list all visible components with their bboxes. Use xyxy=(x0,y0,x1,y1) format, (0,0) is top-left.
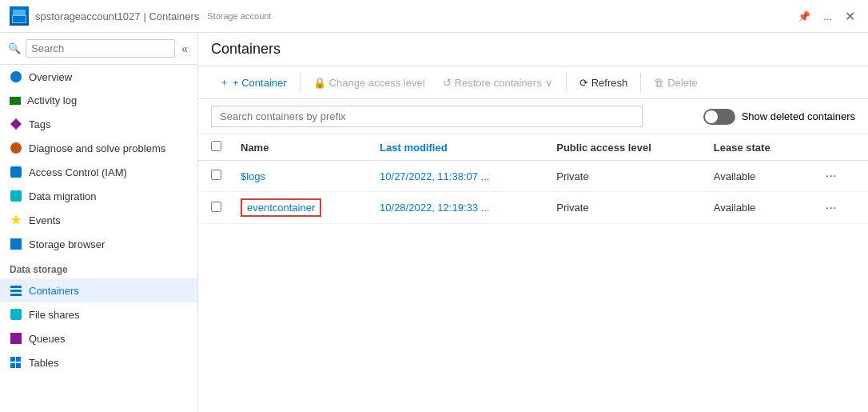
show-deleted-toggle-row: Show deleted containers xyxy=(703,109,855,125)
pin-icon[interactable]: 📌 xyxy=(794,9,814,24)
app-icon xyxy=(10,6,29,26)
sidebar-item-activity-label: Activity log xyxy=(27,94,77,106)
lock-icon: 🔒 xyxy=(313,77,326,89)
row1-name: $logs xyxy=(228,161,367,192)
sidebar-search-container: 🔍 « xyxy=(0,33,197,65)
queues-icon xyxy=(10,332,22,345)
title-bar-text: spstorageaccount1027 | Containers xyxy=(35,10,199,22)
data-storage-section-label: Data storage xyxy=(0,256,197,278)
row1-actions: ··· xyxy=(808,161,868,192)
row2-last-modified: 10/28/2022, 12:19:33 ... xyxy=(367,192,543,224)
row2-more-button[interactable]: ··· xyxy=(821,199,841,217)
file-shares-icon xyxy=(10,308,22,321)
tags-icon xyxy=(10,118,22,130)
close-button[interactable]: ✕ xyxy=(842,7,858,26)
refresh-button[interactable]: ⟳ Refresh xyxy=(571,73,636,93)
sidebar-item-tags-label: Tags xyxy=(29,118,50,130)
col-name: Name xyxy=(228,134,367,161)
sidebar-item-diagnose[interactable]: Diagnose and solve problems xyxy=(0,136,197,160)
show-deleted-toggle[interactable] xyxy=(703,109,735,125)
toolbar-separator-2 xyxy=(566,73,567,92)
row1-last-modified: 10/27/2022, 11:38:07 ... xyxy=(367,161,543,192)
row1-name-link[interactable]: $logs xyxy=(241,170,265,182)
sidebar-item-activity-log[interactable]: Activity log xyxy=(0,89,197,112)
row2-checkbox-cell xyxy=(198,192,228,224)
table-container: Name Last modified Public access level L… xyxy=(198,134,868,412)
col-lease-state: Lease state xyxy=(701,134,808,161)
plus-icon: ＋ xyxy=(219,75,229,90)
activity-log-icon xyxy=(10,97,21,105)
table-row: $logs 10/27/2022, 11:38:07 ... Private A… xyxy=(198,161,868,192)
page-title: Containers xyxy=(211,41,281,58)
row2-lease-state: Available xyxy=(701,192,808,224)
content-header: Containers xyxy=(198,33,868,66)
storage-browser-icon xyxy=(10,238,22,250)
container-search-input[interactable] xyxy=(211,106,643,127)
collapse-button[interactable]: « xyxy=(180,41,189,57)
row1-checkbox[interactable] xyxy=(211,170,221,180)
row1-checkbox-cell xyxy=(198,161,228,192)
title-bar: spstorageaccount1027 | Containers Storag… xyxy=(0,0,868,33)
title-bar-actions: 📌 ... ✕ xyxy=(794,7,858,26)
containers-table: Name Last modified Public access level L… xyxy=(198,134,868,224)
col-public-access: Public access level xyxy=(543,134,701,161)
table-header-row: Name Last modified Public access level L… xyxy=(198,134,868,161)
sidebar-item-tags[interactable]: Tags xyxy=(0,112,197,136)
row2-name: eventcontainer xyxy=(228,192,367,224)
sidebar-item-containers-label: Containers xyxy=(29,285,79,297)
col-last-modified: Last modified xyxy=(367,134,543,161)
show-deleted-label: Show deleted containers xyxy=(742,110,855,122)
tables-icon xyxy=(10,356,22,369)
sidebar-item-queues[interactable]: Queues xyxy=(0,326,197,350)
row1-more-button[interactable]: ··· xyxy=(821,167,841,185)
search-input[interactable] xyxy=(26,39,175,58)
add-container-button[interactable]: ＋ + Container xyxy=(211,71,295,94)
toolbar: ＋ + Container 🔒 Change access level ↺ Re… xyxy=(198,66,868,99)
sidebar-item-diagnose-label: Diagnose and solve problems xyxy=(29,142,165,154)
access-control-icon xyxy=(10,166,22,178)
subtitle: Storage account xyxy=(207,11,271,21)
select-all-header xyxy=(198,134,228,161)
search-bar-row: Show deleted containers xyxy=(198,99,868,134)
sidebar-item-storage-browser[interactable]: Storage browser xyxy=(0,232,197,256)
sidebar-item-overview[interactable]: Overview xyxy=(0,65,197,89)
row1-lease-state: Available xyxy=(701,161,808,192)
change-access-button[interactable]: 🔒 Change access level xyxy=(305,73,433,93)
sidebar-item-storage-label: Storage browser xyxy=(29,238,105,250)
containers-icon xyxy=(10,284,22,297)
data-migration-icon xyxy=(10,190,22,202)
sidebar-item-events-label: Events xyxy=(29,214,61,226)
row2-name-highlighted[interactable]: eventcontainer xyxy=(241,198,321,217)
col-actions xyxy=(808,134,868,161)
sidebar-item-fileshares-label: File shares xyxy=(29,309,80,321)
sidebar-item-overview-label: Overview xyxy=(29,71,72,83)
sidebar-item-migration-label: Data migration xyxy=(29,190,97,202)
content-area: Containers ＋ + Container 🔒 Change access… xyxy=(198,33,868,412)
sidebar-item-containers[interactable]: Containers xyxy=(0,278,197,302)
refresh-icon: ⟳ xyxy=(579,77,588,89)
title-section: Containers xyxy=(149,10,199,22)
toolbar-separator-3 xyxy=(640,73,641,92)
sidebar-item-events[interactable]: Events xyxy=(0,208,197,232)
sidebar-item-data-migration[interactable]: Data migration xyxy=(0,184,197,208)
sidebar-item-queues-label: Queues xyxy=(29,333,66,345)
storage-account-name: spstorageaccount1027 xyxy=(35,10,141,22)
events-icon xyxy=(10,214,22,226)
toolbar-separator-1 xyxy=(300,73,301,92)
trash-icon: 🗑 xyxy=(654,77,664,89)
select-all-checkbox[interactable] xyxy=(211,141,221,151)
sidebar-item-tables-label: Tables xyxy=(29,357,59,369)
restore-containers-button[interactable]: ↺ Restore containers ∨ xyxy=(435,73,561,93)
sidebar: 🔍 « Overview Activity log Tags Diagnose … xyxy=(0,33,198,412)
table-row: eventcontainer 10/28/2022, 12:19:33 ... … xyxy=(198,192,868,224)
sidebar-item-tables[interactable]: Tables xyxy=(0,350,197,374)
search-icon: 🔍 xyxy=(8,42,21,54)
sidebar-item-access-label: Access Control (IAM) xyxy=(29,166,127,178)
overview-icon xyxy=(10,70,22,83)
delete-button[interactable]: 🗑 Delete xyxy=(646,73,706,93)
sidebar-item-access-control[interactable]: Access Control (IAM) xyxy=(0,160,197,184)
more-options-icon[interactable]: ... xyxy=(820,9,835,24)
row2-checkbox[interactable] xyxy=(211,202,221,212)
row2-access-level: Private xyxy=(543,192,701,224)
sidebar-item-file-shares[interactable]: File shares xyxy=(0,302,197,326)
